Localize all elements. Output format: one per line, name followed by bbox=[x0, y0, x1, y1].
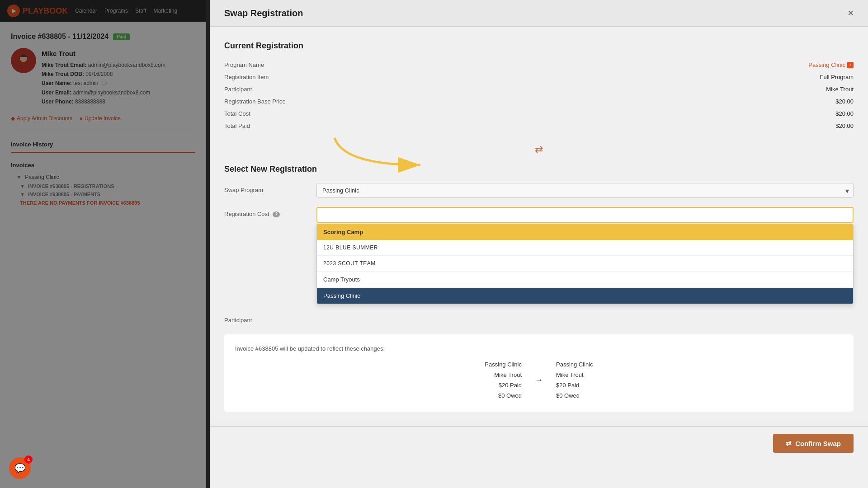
info-row-program: Program Name Passing Clinic ↗ bbox=[224, 60, 854, 70]
update-left-col: Passing Clinic Mike Trout $20 Paid $0 Ow… bbox=[235, 359, 522, 401]
current-registration-title: Current Registration bbox=[224, 41, 854, 51]
chat-badge: 4 bbox=[24, 455, 33, 464]
modal-close-button[interactable]: × bbox=[848, 7, 854, 19]
dropdown-item-2023[interactable]: 2023 SCOUT TEAM bbox=[317, 256, 853, 272]
shuffle-icon-container: ⇄ bbox=[224, 144, 854, 155]
modal-footer: ⇄ Confirm Swap bbox=[210, 426, 868, 460]
modal-header: Swap Registration × bbox=[210, 0, 868, 27]
update-right-paid: $20 Paid bbox=[556, 380, 843, 390]
update-right-participant: Mike Trout bbox=[556, 370, 843, 380]
info-row-participant: Participant Mike Trout bbox=[224, 84, 854, 94]
dropdown-item-12u[interactable]: 12U BLUE SUMMER bbox=[317, 240, 853, 256]
info-row-item: Registration Item Full Program bbox=[224, 72, 854, 82]
help-icon: ? bbox=[273, 211, 280, 217]
registration-cost-row: Registration Cost ? Scoring Camp 12U BLU… bbox=[224, 207, 854, 304]
chat-icon: 💬 bbox=[14, 463, 26, 474]
update-right-col: Passing Clinic Mike Trout $20 Paid $0 Ow… bbox=[556, 359, 843, 401]
participant-label: Participant bbox=[224, 313, 306, 324]
dropdown-item-passing-clinic[interactable]: Passing Clinic bbox=[317, 288, 853, 304]
info-row-total-paid: Total Paid $20.00 bbox=[224, 121, 854, 131]
swap-program-row: Swap Program Passing Clinic bbox=[224, 183, 854, 198]
swap-program-select[interactable]: Passing Clinic bbox=[316, 183, 854, 198]
select-registration-title: Select New Registration bbox=[224, 164, 854, 174]
update-left-program: Passing Clinic bbox=[235, 359, 522, 370]
modal-title: Swap Registration bbox=[224, 8, 303, 19]
dropdown-item-scoring-camp[interactable]: Scoring Camp bbox=[317, 224, 853, 240]
info-row-total-cost: Total Cost $20.00 bbox=[224, 108, 854, 119]
update-left-participant: Mike Trout bbox=[235, 370, 522, 380]
dropdown-list: Scoring Camp 12U BLUE SUMMER 2023 SCOUT … bbox=[316, 224, 854, 304]
registration-cost-field: Scoring Camp 12U BLUE SUMMER 2023 SCOUT … bbox=[316, 207, 854, 304]
registration-cost-search[interactable] bbox=[316, 207, 854, 223]
swap-program-select-wrapper: Passing Clinic bbox=[316, 183, 854, 198]
shuffle-icon: ⇄ bbox=[535, 144, 543, 155]
swap-program-field: Passing Clinic bbox=[316, 183, 854, 198]
update-left-owed: $0 Owed bbox=[235, 390, 522, 401]
info-row-base-price: Registration Base Price $20.00 bbox=[224, 96, 854, 107]
update-right-owed: $0 Owed bbox=[556, 390, 843, 401]
update-grid: Passing Clinic Mike Trout $20 Paid $0 Ow… bbox=[235, 359, 843, 401]
external-link-icon: ↗ bbox=[847, 62, 854, 68]
confirm-swap-button[interactable]: ⇄ Confirm Swap bbox=[773, 434, 854, 453]
update-right-program: Passing Clinic bbox=[556, 359, 843, 370]
swap-icon: ⇄ bbox=[786, 439, 792, 447]
update-title: Invoice #638805 will be updated to refle… bbox=[235, 345, 843, 352]
registration-cost-label: Registration Cost ? bbox=[224, 207, 306, 217]
dropdown-item-camp-tryouts[interactable]: Camp Tryouts bbox=[317, 272, 853, 288]
swap-program-label: Swap Program bbox=[224, 183, 306, 193]
confirm-swap-label: Confirm Swap bbox=[795, 440, 841, 447]
update-left-paid: $20 Paid bbox=[235, 380, 522, 390]
swap-direction-arrow: → bbox=[535, 375, 543, 385]
current-registration-fields: Program Name Passing Clinic ↗ Registrati… bbox=[224, 60, 854, 131]
modal-body: Current Registration Program Name Passin… bbox=[210, 27, 868, 426]
chat-widget[interactable]: 💬 4 bbox=[9, 457, 31, 479]
swap-registration-modal: Swap Registration × Current Registration… bbox=[210, 0, 868, 488]
participant-row: Participant bbox=[224, 313, 854, 324]
update-arrow-col: → bbox=[525, 375, 552, 385]
invoice-update-section: Invoice #638805 will be updated to refle… bbox=[224, 334, 854, 412]
